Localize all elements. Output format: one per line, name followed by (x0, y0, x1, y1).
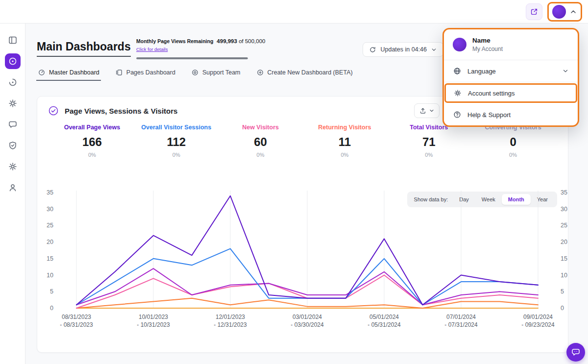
target-icon (191, 69, 199, 76)
sidebar-item-dashboards[interactable] (5, 53, 21, 69)
metric-change: 0% (219, 152, 303, 158)
svg-text:30: 30 (47, 206, 53, 213)
metric-overall-visitor-sessions[interactable]: Overall Visitor Sessions 112 0% (134, 124, 219, 158)
refresh-icon (369, 46, 376, 53)
user-avatar (552, 5, 566, 19)
svg-text:5: 5 (561, 288, 564, 295)
chevron-up-icon (569, 8, 577, 16)
dropdown-item-language[interactable]: Language (444, 60, 578, 82)
panels-icon (8, 35, 18, 45)
sidebar-item-panels[interactable] (5, 32, 21, 48)
quota-widget: Monthly Page Views Remaining 499,993 of … (136, 38, 248, 59)
metric-value: 166 (50, 135, 134, 149)
svg-text:25: 25 (561, 222, 567, 229)
sidebar-item-feedback[interactable] (5, 117, 21, 132)
sidebar-item-integrations[interactable] (5, 180, 21, 195)
pages-icon (115, 69, 123, 76)
dashboard-tabs: Master Dashboard Pages Dashboard Support… (38, 69, 353, 76)
metric-new-visitors[interactable]: New Visitors 60 0% (219, 124, 303, 158)
svg-text:- 09/23/2024: - 09/23/2024 (521, 321, 555, 328)
metric-label: Returning Visitors (302, 124, 387, 131)
svg-text:30: 30 (561, 206, 567, 213)
chevron-down-icon (431, 47, 437, 53)
dropdown-item-label: Language (467, 68, 496, 75)
sidebar (0, 24, 25, 364)
divider (444, 82, 578, 82)
recordings-icon (8, 77, 18, 87)
topbar (0, 0, 588, 24)
svg-text:35: 35 (561, 189, 567, 196)
profile-name: Name (472, 37, 503, 44)
surveys-icon (8, 141, 18, 150)
svg-text:- 07/31/2024: - 07/31/2024 (444, 321, 478, 328)
metric-value: 0 (471, 135, 555, 149)
user-avatar (453, 38, 466, 51)
chevron-down-icon (429, 108, 435, 114)
svg-text:- 05/31/2024: - 05/31/2024 (368, 321, 401, 328)
check-circle-icon (48, 105, 59, 116)
page-title: Main Dashboards (37, 40, 131, 57)
metric-converting-visitors[interactable]: Converting Visitors 0 0% (471, 124, 555, 158)
svg-text:25: 25 (47, 222, 53, 229)
svg-text:0: 0 (50, 305, 53, 312)
profile-subtitle: My Account (472, 46, 503, 52)
svg-text:- 08/31/2023: - 08/31/2023 (60, 321, 93, 328)
svg-text:15: 15 (561, 255, 567, 262)
gauge-icon (38, 69, 46, 76)
metric-overall-page-views[interactable]: Overall Page Views 166 0% (50, 124, 134, 158)
updates-timer-button[interactable]: Updates in 04:46 (363, 42, 443, 57)
metric-change: 0% (50, 152, 134, 158)
dropdown-item-label: Account settings (468, 90, 514, 97)
topbar-actions (526, 0, 582, 24)
dropdown-item-label: Help & Support (467, 111, 511, 119)
quota-details-link[interactable]: Click for details (136, 47, 168, 52)
svg-text:10: 10 (47, 272, 53, 279)
svg-text:10: 10 (561, 272, 567, 279)
external-link-button[interactable] (526, 3, 542, 20)
export-icon (419, 107, 427, 115)
dropdown-profile: Name My Account (444, 29, 578, 60)
svg-text:03/01/2024: 03/01/2024 (293, 314, 322, 320)
metric-value: 112 (134, 135, 219, 149)
svg-text:- 03/30/2024: - 03/30/2024 (291, 321, 324, 328)
tab-label: Support Team (202, 69, 241, 76)
metric-value: 60 (219, 135, 303, 149)
tab-create-new-dashboard[interactable]: Create New Dashboard (BETA) (256, 69, 353, 76)
dashboards-icon (8, 56, 18, 66)
tab-support-team[interactable]: Support Team (191, 69, 241, 76)
sidebar-item-recordings[interactable] (5, 74, 21, 90)
metric-label: Overall Page Views (50, 124, 134, 131)
svg-text:20: 20 (561, 239, 567, 245)
plus-circle-icon (256, 69, 264, 76)
sidebar-item-surveys[interactable] (5, 138, 21, 153)
tab-label: Create New Dashboard (BETA) (268, 69, 353, 76)
funnels-icon (8, 98, 18, 108)
tab-pages-dashboard[interactable]: Pages Dashboard (115, 69, 175, 76)
quota-progress-bar (136, 57, 248, 59)
svg-text:0: 0 (561, 305, 564, 312)
quota-progress-fill (136, 57, 248, 59)
settings-icon (8, 162, 18, 171)
sidebar-item-funnels[interactable] (5, 96, 21, 111)
annotation-avatar-highlight account-menu-trigger[interactable] (547, 2, 582, 22)
svg-text:35: 35 (47, 189, 53, 196)
globe-icon (453, 67, 462, 75)
card-title: Page Views, Sessions & Visitors (65, 107, 177, 115)
metric-change: 0% (134, 152, 219, 158)
sidebar-item-settings[interactable] (5, 159, 21, 174)
metric-returning-visitors[interactable]: Returning Visitors 11 0% (302, 124, 387, 158)
tab-master-dashboard[interactable]: Master Dashboard (38, 69, 99, 76)
quota-usage: 499,993 of 500,000 (217, 38, 265, 44)
page-views-card: Page Views, Sessions & Visitors Overall … (37, 96, 568, 353)
feedback-chat-icon (571, 347, 581, 357)
feedback-fab-button[interactable] (566, 343, 585, 362)
metric-total-visitors[interactable]: Total Visitors 71 0% (387, 124, 471, 158)
svg-text:10/01/2023: 10/01/2023 (139, 314, 168, 320)
svg-text:07/01/2024: 07/01/2024 (446, 314, 476, 320)
dropdown-item-account-settings annotation-account-settings-highlight[interactable]: Account settings (444, 83, 577, 103)
metric-value: 71 (387, 135, 471, 149)
metric-label: Overall Visitor Sessions (134, 124, 219, 131)
gear-icon (453, 89, 462, 97)
dropdown-item-help-support[interactable]: Help & Support (444, 104, 578, 125)
export-button[interactable] (414, 103, 440, 118)
